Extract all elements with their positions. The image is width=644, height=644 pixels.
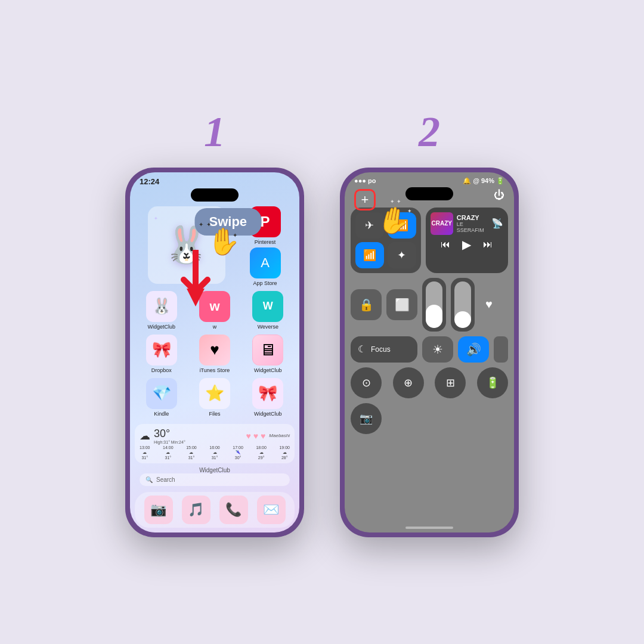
phone2-inner: ●●● po 🔔 @ 94% 🔋 + ⏻ ✋ <box>345 172 514 532</box>
sparkle-3: ✦ ✦ <box>390 199 401 205</box>
brightness-slider-col <box>422 278 446 332</box>
hour-2: 14:00☁31° <box>163 445 174 460</box>
appstore-label: App Store <box>253 280 277 286</box>
widgetclub-computer-label: WidgetClub <box>254 367 282 373</box>
record-icon: ⊙ <box>362 376 371 389</box>
brightness-btn[interactable]: ☀ <box>422 336 453 363</box>
app-row-3: 🎀 Dropbox ♥ iTunes Store <box>135 335 295 373</box>
bluetooth-btn[interactable]: ✦ <box>388 242 416 268</box>
weather-widget: ☁ 30° High:31° Min:24° ♥ ♥ <box>135 424 295 463</box>
widgetclub-icon-1: 🐰 <box>146 291 177 322</box>
focus-tile[interactable]: ☾ Focus <box>351 336 417 363</box>
cc-music-tile: CRAZY CRAZY LE SSERAFIM 📡 ⏮ <box>426 208 508 273</box>
sparkle-4: ✦ <box>407 208 412 214</box>
next-btn[interactable]: ⏭ <box>483 239 493 250</box>
camera-icon: 📷 <box>360 412 373 425</box>
weather-temps: 30° High:31° Min:24° <box>154 428 185 444</box>
phone1-screen: 12:24 Swipe ✋ ✦ ✦ ✦ <box>130 172 299 532</box>
kindle-icon: 💎 <box>146 378 177 409</box>
dropbox-app[interactable]: 🎀 Dropbox <box>143 335 181 373</box>
heart-icon: ♥ <box>485 298 493 311</box>
dock: 📷 🎵 📞 ✉️ <box>135 492 295 528</box>
cloud-icon: ☁ <box>140 429 150 442</box>
rotation-lock-btn[interactable]: 🔒 <box>351 289 382 320</box>
hour-7: 19:00☁28° <box>279 445 290 460</box>
airplay-btn[interactable]: 📡 <box>491 218 503 229</box>
dropbox-label: Dropbox <box>151 367 172 373</box>
heart-side-btn[interactable]: ♥ <box>479 289 499 320</box>
files-app[interactable]: ⭐ Files <box>196 378 234 417</box>
main-container: 1 12:24 Swipe ✋ ✦ ✦ ✦ <box>0 0 644 644</box>
widgetclub-computer-app[interactable]: 🖥 WidgetClub <box>249 335 287 373</box>
hour-3: 15:00☁31° <box>186 445 197 460</box>
prev-btn[interactable]: ⏮ <box>441 239 450 250</box>
search-icon: 🔍 <box>145 476 153 483</box>
cc-top-area: + ⏻ <box>345 187 514 204</box>
svg-marker-0 <box>187 289 205 306</box>
battery-btn[interactable]: 🔋 <box>477 367 508 398</box>
step1-wrapper: 1 12:24 Swipe ✋ ✦ ✦ ✦ <box>125 107 304 537</box>
hand-cursor-1: ✋ <box>208 226 240 257</box>
weather-hourly: 13:00☁31° 14:00☁31° 15:00☁31° 16:00☁31° … <box>140 445 290 460</box>
widgetclub-app-2[interactable]: 🎀 WidgetClub <box>249 378 287 417</box>
music-top: CRAZY CRAZY LE SSERAFIM 📡 <box>431 212 503 235</box>
brightness-fill <box>426 305 442 328</box>
itunes-app[interactable]: ♥ iTunes Store <box>196 335 234 373</box>
kindle-label: Kindle <box>154 411 169 417</box>
power-icon[interactable]: ⏻ <box>494 189 504 202</box>
dynamic-island-1 <box>191 188 239 202</box>
widgetclub-app-1[interactable]: 🐰 WidgetClub <box>143 291 181 330</box>
screen-record-btn[interactable]: ⊙ <box>351 367 382 398</box>
app-row-2: 🐰 WidgetClub w w <box>135 291 295 330</box>
airplane-icon: ✈ <box>365 219 374 232</box>
w-label: w <box>213 324 217 330</box>
volume-btn[interactable]: 🔊 <box>458 336 489 363</box>
weather-city: Maebashi <box>269 433 290 438</box>
calculator-btn[interactable]: ⊞ <box>435 367 466 398</box>
kindle-app[interactable]: 💎 Kindle <box>143 378 181 417</box>
app-row-4: 💎 Kindle ⭐ Files <box>135 378 295 417</box>
play-btn[interactable]: ▶ <box>462 237 471 252</box>
weverse-app[interactable]: W Weverse <box>249 291 287 330</box>
search-bar[interactable]: 🔍 Search <box>140 473 290 486</box>
widgetclub-label-1: WidgetClub <box>147 324 175 330</box>
hour-6: 18:00☁29° <box>256 445 267 460</box>
cc-signal: ●●● po <box>354 177 376 184</box>
appstore-app[interactable]: A App Store <box>246 247 284 286</box>
hour-4: 16:00☁31° <box>209 445 220 460</box>
camera-btn[interactable]: 📷 <box>351 403 382 434</box>
phone1: 12:24 Swipe ✋ ✦ ✦ ✦ <box>125 168 304 537</box>
phone1-inner: 12:24 Swipe ✋ ✦ ✦ ✦ <box>130 172 299 532</box>
dropbox-icon: 🎀 <box>146 335 177 366</box>
battery-icon: 🔋 <box>486 376 499 389</box>
zoom-btn[interactable]: ⊕ <box>393 367 424 398</box>
files-icon: ⭐ <box>199 378 230 409</box>
weather-main: ☁ 30° High:31° Min:24° ♥ ♥ <box>140 428 290 444</box>
weverse-icon: W <box>252 291 283 322</box>
music-title: CRAZY <box>457 214 488 221</box>
dock-music[interactable]: 🎵 <box>182 496 210 524</box>
sparkle-2: ✦ <box>233 232 237 239</box>
volume-track[interactable] <box>454 281 471 328</box>
widgetclub-weather-label: WidgetClub <box>135 467 295 473</box>
brightness-track[interactable] <box>426 281 442 328</box>
plus-icon: + <box>361 193 369 206</box>
widgetclub-computer-icon: 🖥 <box>252 335 283 366</box>
dock-mail[interactable]: ✉️ <box>257 496 286 524</box>
cc-focus-row: ☾ Focus ☀ 🔊 <box>351 336 508 363</box>
heart-3: ♥ <box>261 431 265 441</box>
appstore-icon: A <box>250 247 281 278</box>
dock-camera[interactable]: 📷 <box>144 496 173 524</box>
zoom-icon: ⊕ <box>404 376 413 389</box>
volume-fill <box>454 311 471 327</box>
sidebar-btn[interactable] <box>494 336 508 363</box>
wifi-btn[interactable]: 📶 <box>355 242 384 268</box>
plus-button[interactable]: + <box>354 189 376 210</box>
hour-5: 17:00🌂30° <box>233 445 243 460</box>
dock-phone[interactable]: 📞 <box>219 496 248 524</box>
lock-icon: 🔒 <box>359 298 374 312</box>
search-placeholder: Search <box>156 476 175 483</box>
mirror-btn[interactable]: ⬜ <box>386 289 417 320</box>
step1-number: 1 <box>204 107 225 157</box>
mirror-icon: ⬜ <box>395 298 410 312</box>
